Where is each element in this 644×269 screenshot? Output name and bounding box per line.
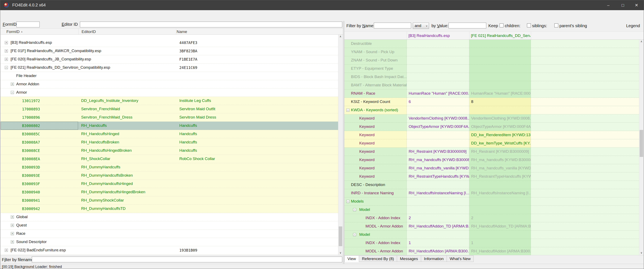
view-cell-fieldname[interactable]: BAMT - Alternate Block Material <box>344 81 407 90</box>
view-cell-value-servitron[interactable]: 1 <box>469 239 531 247</box>
tree-cell-formid[interactable]: 17000893 <box>0 105 78 113</box>
tree-cell-name[interactable] <box>176 163 338 171</box>
tree-cell-formid[interactable]: 13011972 <box>0 97 78 105</box>
keep-checkbox-2[interactable] <box>527 24 531 28</box>
view-row[interactable]: ETYP - Equipment Type <box>344 64 639 73</box>
tree-cell-name[interactable]: 4407AFE3 <box>176 38 338 47</box>
tree-cell-formid[interactable]: +[FE 01F] RealHandcuffs_AWKCR_Compatibil… <box>0 47 78 55</box>
editorid-input[interactable] <box>80 22 342 28</box>
tree-cell-formid[interactable]: +Race <box>0 230 78 238</box>
tree-cell-name[interactable]: 24E11C69 <box>176 64 338 72</box>
view-row[interactable]: KeywordObjectTypeArmor [KYWD:000F4A...Ob… <box>344 123 639 131</box>
view-cell-value-realhandcuffs[interactable] <box>407 139 469 148</box>
view-cell-value-realhandcuffs[interactable] <box>407 131 469 139</box>
collapse-icon[interactable]: - <box>346 108 350 112</box>
view-row[interactable]: MODL - Armor AddonRH_HandcuffAddon_TD [A… <box>344 222 639 230</box>
tree-cell-editorid[interactable] <box>78 80 176 88</box>
tree-cell-name[interactable] <box>176 205 338 213</box>
view-cell-fieldname[interactable]: ETYP - Equipment Type <box>344 64 407 73</box>
collapse-icon[interactable]: - <box>11 91 14 94</box>
tree-cell-name[interactable] <box>176 188 338 196</box>
view-cell-value-servitron[interactable]: DD_kw_RenderedItem [KYWD:13... <box>469 131 531 139</box>
tree-row[interactable]: +[FE 01F] RealHandcuffs_AWKCR_Compatibil… <box>0 47 338 55</box>
view-cell-value-realhandcuffs[interactable]: RH_ma_handcuffs [KYWD:B30008... <box>407 156 469 164</box>
tree-cell-editorid[interactable]: RH_Handcuffs <box>78 122 176 130</box>
tree-cell-formid[interactable]: B3000802 <box>0 122 78 130</box>
expand-icon[interactable]: + <box>11 240 14 244</box>
view-cell-value-servitron[interactable] <box>469 81 531 90</box>
tree-row[interactable]: B300085CRH_HandcuffsHingedHandcuffs <box>0 130 338 138</box>
view-cell-fieldname[interactable]: -KWDA - Keywords (sorted) <box>344 106 407 114</box>
tree-row[interactable]: +Quest <box>0 221 338 230</box>
view-row[interactable]: KeywordDD_kw_ItemType_WristCuffs [KY... <box>344 139 639 148</box>
view-cell-value-realhandcuffs[interactable] <box>407 73 469 81</box>
view-cell-value-servitron[interactable]: VendorItemClothing [KYWD:0008... <box>469 114 531 123</box>
tree-cell-editorid[interactable]: RH_DummyHandcuffsBroken <box>78 172 176 180</box>
tree-cell-formid[interactable]: 17000896 <box>0 113 78 122</box>
view-row[interactable]: -Models <box>344 198 639 206</box>
tree-cell-name[interactable] <box>176 172 338 180</box>
view-row[interactable]: -Model <box>344 206 639 214</box>
tree-cell-editorid[interactable]: RH_HandcuffsBroken <box>78 138 176 146</box>
view-cell-fieldname[interactable]: YNAM - Sound - Pick Up <box>344 48 407 56</box>
tree-cell-formid[interactable]: B3000942 <box>0 205 78 213</box>
view-cell-value-servitron[interactable] <box>469 56 531 64</box>
tree-cell-name[interactable]: Servitron Maid Dress <box>176 113 338 122</box>
tree-cell-name[interactable] <box>176 88 338 96</box>
tree-cell-editorid[interactable] <box>78 72 176 80</box>
expand-icon[interactable]: + <box>11 224 14 227</box>
view-row[interactable]: KeywordRH_ma_handcuffs_vanilla [KYWD:...… <box>344 164 639 172</box>
filter-name-input[interactable] <box>374 22 411 28</box>
view-row[interactable]: KeywordRH_RestraintTypeHandcuffs [KYW...… <box>344 172 639 181</box>
expand-icon[interactable]: + <box>11 216 14 218</box>
tree-cell-name[interactable]: F1BE1E7A <box>176 55 338 63</box>
tree-cell-formid[interactable]: -[FE 021] RealHandcuffs_DD_Servitron_Com… <box>0 64 78 72</box>
view-row[interactable]: BIDS - Block Bash Impact Dat... <box>344 73 639 81</box>
tree-cell-formid[interactable]: B300093F <box>0 180 78 188</box>
tab-what-s-new[interactable]: What's New <box>447 256 474 262</box>
view-cell-fieldname[interactable]: Keyword <box>344 172 407 181</box>
tree-row[interactable]: B3000802RH_HandcuffsHandcuffs <box>0 122 338 130</box>
view-cell-value-realhandcuffs[interactable] <box>407 181 469 189</box>
tree-cell-name[interactable]: Handcuffs <box>176 146 338 155</box>
view-cell-value-servitron[interactable] <box>469 230 531 239</box>
view-cell-value-servitron[interactable]: RH_ma_handcuffs_vanilla [KYWD:... <box>469 164 531 172</box>
view-cell-fieldname[interactable]: BIDS - Block Bash Impact Dat... <box>344 73 407 81</box>
column-header-realhandcuffs[interactable]: [B3] RealHandcuffs.esp <box>408 34 469 38</box>
view-cell-value-servitron[interactable] <box>469 181 531 189</box>
view-row[interactable]: YNAM - Sound - Pick Up <box>344 48 639 56</box>
view-cell-value-realhandcuffs[interactable]: ObjectTypeArmor [KYWD:000F4A... <box>407 123 469 131</box>
view-cell-value-realhandcuffs[interactable] <box>407 230 469 239</box>
tree-cell-formid[interactable]: +[B3] RealHandcuffs.esp <box>0 38 78 47</box>
tree-cell-formid[interactable]: B3000941 <box>0 196 78 204</box>
view-cell-value-servitron[interactable]: 2 <box>469 214 531 222</box>
view-cell-value-servitron[interactable] <box>469 206 531 214</box>
view-cell-fieldname[interactable]: Keyword <box>344 148 407 156</box>
tree-row[interactable]: +Armor Addon <box>0 80 338 88</box>
tree-cell-formid[interactable]: +[FE 022] BadEndsFurniture.esp <box>0 246 78 254</box>
tree-row[interactable]: File Header <box>0 72 338 80</box>
expand-icon[interactable]: + <box>5 50 8 52</box>
tree-row[interactable]: B30008EARH_ShockCollarRobCo Shock Collar <box>0 155 338 163</box>
view-row[interactable]: MODL - Armor AddonRH_HandcuffAddon [ARMA… <box>344 247 639 255</box>
view-cell-value-realhandcuffs[interactable]: RH_HandcuffsInstanceNaming [I... <box>407 189 469 198</box>
tree-row[interactable]: 13011972DD_Legcuffs_Institute_InventoryI… <box>0 97 338 105</box>
tree-row[interactable]: +[FE 020] RealHandcuffs_JB_Compatibility… <box>0 55 338 64</box>
tree-row[interactable]: B300093FRH_DummyHandcuffsHinged <box>0 180 338 188</box>
tree-row[interactable]: -Armor <box>0 88 338 97</box>
tree-cell-name[interactable]: Handcuffs <box>176 122 338 130</box>
view-cell-value-servitron[interactable] <box>469 64 531 73</box>
tree-cell-formid[interactable]: B30008A7 <box>0 138 78 146</box>
view-cell-value-realhandcuffs[interactable]: RH_HandcuffAddon_TD [ARMA:B... <box>407 222 469 230</box>
tree-cell-name[interactable]: Handcuffs <box>176 130 338 138</box>
collapse-icon[interactable]: - <box>346 200 350 203</box>
view-cell-value-servitron[interactable]: RH_RestraintTypeHandcuffs [KYW... <box>469 172 531 181</box>
view-cell-value-servitron[interactable]: RH_Restraint [KYWD:B3000009] <box>469 148 531 156</box>
view-cell-fieldname[interactable]: ZNAM - Sound - Put Down <box>344 56 407 64</box>
column-header-formid[interactable]: FormID ▲ <box>6 30 23 34</box>
tree-cell-name[interactable]: 193B1B09 <box>176 246 338 254</box>
tree-cell-editorid[interactable]: DD_Legcuffs_Institute_Inventory <box>78 97 176 105</box>
view-cell-fieldname[interactable]: -Model <box>344 206 407 214</box>
collapse-icon[interactable]: - <box>353 233 356 236</box>
tree-row[interactable]: -[FE 021] RealHandcuffs_DD_Servitron_Com… <box>0 64 338 72</box>
